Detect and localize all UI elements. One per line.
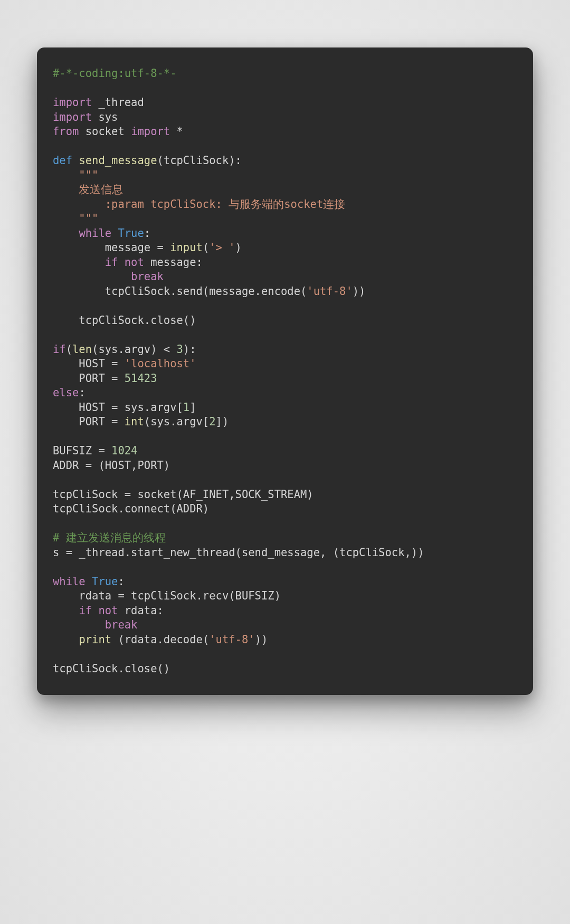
keyword-def: def	[53, 154, 72, 167]
code-text: rdata = tcpCliSock.recv(BUFSIZ)	[53, 589, 281, 602]
code-text: )	[235, 241, 242, 254]
keyword-break: break	[105, 618, 138, 631]
function-name: send_message	[79, 154, 157, 167]
code-card: #-*-coding:utf-8-*- import _thread impor…	[37, 47, 533, 695]
code-text: BUFSIZ =	[53, 444, 111, 457]
code-text	[72, 154, 79, 167]
keyword-if: if	[79, 604, 92, 617]
code-text: (sys.argv[	[144, 415, 209, 428]
keyword-while: while	[53, 575, 86, 588]
docstring: 发送信息	[53, 183, 123, 196]
code-text: PORT =	[53, 415, 125, 428]
keyword-if: if	[105, 256, 118, 269]
code-text: (sys.argv) <	[92, 343, 176, 356]
string-literal: 'utf-8'	[209, 633, 254, 646]
code-text: ADDR = (HOST,PORT)	[53, 459, 170, 472]
code-text: sys	[92, 111, 118, 123]
code-text: rdata:	[118, 604, 163, 617]
boolean-true: True	[118, 227, 144, 240]
code-block: #-*-coding:utf-8-*- import _thread impor…	[53, 66, 517, 676]
builtin-len: len	[72, 343, 92, 356]
code-text: ))	[255, 633, 268, 646]
code-text: tcpCliSock.send(message.encode(	[53, 285, 307, 298]
string-literal: 'utf-8'	[307, 285, 352, 298]
code-text	[92, 604, 98, 617]
code-text	[53, 633, 79, 646]
code-text: tcpCliSock = socket(AF_INET,SOCK_STREAM)	[53, 488, 314, 501]
code-text: HOST = sys.argv[	[53, 401, 183, 414]
keyword-while: while	[79, 227, 111, 240]
keyword-break: break	[131, 270, 164, 283]
code-text	[86, 575, 92, 588]
code-text	[118, 256, 124, 269]
code-text	[53, 618, 105, 631]
code-text: (rdata.decode(	[111, 633, 209, 646]
code-text: tcpCliSock.close()	[53, 314, 196, 327]
string-literal: '> '	[209, 241, 235, 254]
code-text: ):	[183, 343, 196, 356]
number-literal: 51423	[125, 372, 157, 385]
keyword-import: import	[131, 125, 170, 138]
docstring: :param tcpCliSock: 与服务端的socket连接	[53, 198, 345, 211]
keyword-not: not	[98, 604, 118, 617]
number-literal: 2	[209, 415, 215, 428]
comment: # 建立发送消息的线程	[53, 531, 166, 544]
keyword-not: not	[125, 256, 144, 269]
code-text: message:	[144, 256, 203, 269]
code-line: #-*-coding:utf-8-*-	[53, 67, 177, 80]
docstring: """	[53, 212, 98, 225]
code-text: tcpCliSock.close()	[53, 662, 170, 675]
boolean-true: True	[92, 575, 118, 588]
builtin-input: input	[170, 241, 203, 254]
number-literal: 1024	[111, 444, 137, 457]
code-text	[53, 227, 79, 240]
code-text: :	[118, 575, 124, 588]
keyword-from: from	[53, 125, 79, 138]
builtin-print: print	[79, 633, 111, 646]
code-text: (tcpCliSock):	[157, 154, 241, 167]
keyword-else: else	[53, 386, 79, 399]
keyword-if: if	[53, 343, 66, 356]
code-text: (	[203, 241, 209, 254]
code-text: message =	[53, 241, 170, 254]
docstring: """	[53, 169, 98, 182]
builtin-int: int	[125, 415, 144, 428]
code-text: :	[144, 227, 150, 240]
code-text	[53, 270, 131, 283]
string-literal: 'localhost'	[125, 357, 196, 370]
number-literal: 3	[177, 343, 183, 356]
code-text	[111, 227, 118, 240]
code-text: ])	[216, 415, 229, 428]
code-text	[53, 604, 79, 617]
keyword-import: import	[53, 96, 92, 109]
code-text: (	[66, 343, 72, 356]
code-text: ))	[353, 285, 366, 298]
code-text: *	[170, 125, 183, 138]
keyword-import: import	[53, 111, 92, 123]
code-text: _thread	[92, 96, 144, 109]
code-text: HOST =	[53, 357, 125, 370]
code-text	[53, 256, 105, 269]
code-text: ]	[189, 401, 196, 414]
code-text: s = _thread.start_new_thread(send_messag…	[53, 546, 424, 559]
code-text: :	[79, 386, 85, 399]
number-literal: 1	[183, 401, 189, 414]
code-text: tcpCliSock.connect(ADDR)	[53, 502, 209, 515]
code-text: PORT =	[53, 372, 125, 385]
code-text: socket	[79, 125, 131, 138]
